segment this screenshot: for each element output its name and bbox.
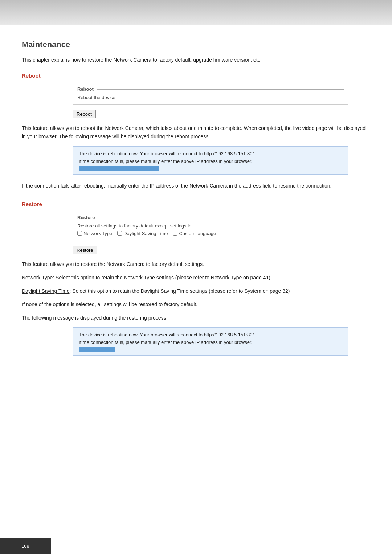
reboot-button[interactable]: Reboot <box>73 110 96 118</box>
custom-language-checkbox-item[interactable]: Custom language <box>173 231 216 236</box>
following-msg-text: The following message is displayed durin… <box>22 314 370 322</box>
none-selected-text: If none of the options is selected, all … <box>22 300 370 309</box>
page-title: Maintenance <box>22 40 370 49</box>
restore-msg-line2: If the connection fails, please manually… <box>79 340 342 345</box>
daylight-saving-label: Daylight Saving Time <box>123 231 168 236</box>
restore-section-title: Restore <box>22 201 370 207</box>
restore-desc1: This feature allows you to restore the N… <box>22 260 370 268</box>
custom-language-label: Custom language <box>179 231 216 236</box>
network-type-checkbox-item[interactable]: Network Type <box>77 231 112 236</box>
reboot-panel-desc: Reboot the device <box>77 95 344 100</box>
restore-button[interactable]: Restore <box>73 246 97 254</box>
footer-bar: 108 <box>0 538 51 554</box>
intro-text: This chapter explains how to restore the… <box>22 56 370 64</box>
reboot-section-title: Reboot <box>22 73 370 79</box>
restore-panel: Restore Restore all settings to factory … <box>73 212 348 241</box>
reboot-message-box: The device is rebooting now. Your browse… <box>73 146 348 175</box>
reboot-msg-line2: If the connection fails, please manually… <box>79 159 342 164</box>
restore-message-box: The device is rebooting now. Your browse… <box>73 327 348 356</box>
daylight-para: Daylight Saving Time: Select this option… <box>22 287 370 295</box>
reboot-description: This feature allows you to reboot the Ne… <box>22 124 370 141</box>
network-type-para: Network Type: Select this option to reta… <box>22 274 370 282</box>
reboot-panel: Reboot Reboot the device <box>73 83 348 105</box>
network-type-para-text: : Select this option to retain the Netwo… <box>53 275 271 280</box>
restore-progress-bar <box>79 347 115 352</box>
daylight-saving-checkbox[interactable] <box>117 231 122 236</box>
top-bar <box>0 0 392 25</box>
custom-language-checkbox[interactable] <box>173 231 177 236</box>
page-number: 108 <box>21 543 29 549</box>
restore-msg-line1: The device is rebooting now. Your browse… <box>79 332 342 337</box>
network-type-label: Network Type <box>83 231 112 236</box>
reboot-msg-line1: The device is rebooting now. Your browse… <box>79 151 342 156</box>
restore-panel-desc: Restore all settings to factory default … <box>77 223 344 229</box>
network-type-term: Network Type <box>22 275 53 280</box>
restore-panel-title: Restore <box>77 215 95 220</box>
daylight-saving-checkbox-item[interactable]: Daylight Saving Time <box>117 231 168 236</box>
network-type-checkbox[interactable] <box>77 231 82 236</box>
reboot-progress-bar <box>79 166 159 171</box>
daylight-term: Daylight Saving Time <box>22 288 70 294</box>
daylight-para-text: : Select this option to retain the Dayli… <box>70 288 290 294</box>
reboot-panel-title: Reboot <box>77 86 94 92</box>
connection-fail-text: If the connection fails after rebooting,… <box>22 182 370 190</box>
